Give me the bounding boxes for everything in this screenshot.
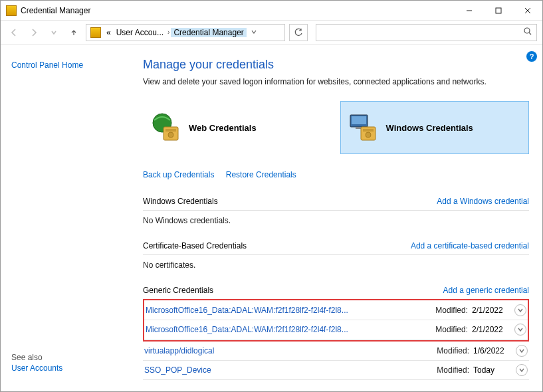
restore-credentials-link[interactable]: Restore Credentials: [226, 170, 296, 179]
svg-rect-11: [352, 116, 366, 124]
breadcrumb-prefix: «: [104, 28, 114, 37]
modified-date: Today: [473, 365, 510, 375]
search-icon[interactable]: [523, 27, 532, 38]
nav-history-dropdown[interactable]: [46, 25, 62, 41]
app-icon: [6, 5, 17, 16]
svg-point-15: [366, 132, 371, 138]
refresh-button[interactable]: [289, 24, 308, 41]
credential-name: MicrosoftOffice16_Data:ADAL:WAM:f2f1f28l…: [146, 325, 435, 334]
maximize-button[interactable]: [484, 1, 513, 20]
nav-back-button[interactable]: [6, 25, 22, 41]
modified-label: Modified:: [437, 346, 469, 355]
svg-point-9: [168, 132, 173, 138]
see-also-label: See also: [11, 353, 43, 362]
credential-row[interactable]: MicrosoftOffice16_Data:ADAL:WAM:f2f1f28l…: [144, 301, 528, 320]
sidebar-user-accounts-link[interactable]: User Accounts: [11, 363, 62, 373]
credential-name: MicrosoftOffice16_Data:ADAL:WAM:f2f1f28l…: [146, 306, 435, 315]
credential-row[interactable]: SSO_POP_DeviceModified:Today: [143, 361, 529, 380]
chevron-down-icon[interactable]: [516, 364, 528, 376]
breadcrumb-item[interactable]: User Accou...: [114, 28, 166, 37]
main-content: Manage your credentials View and delete …: [140, 45, 542, 391]
breadcrumb-item-current[interactable]: Credential Manager: [171, 28, 246, 37]
help-button[interactable]: ?: [526, 51, 537, 62]
modified-date: 1/6/2022: [473, 346, 510, 355]
globe-safe-icon: [150, 112, 181, 143]
svg-rect-8: [165, 129, 176, 132]
web-credentials-card[interactable]: Web Credentials: [143, 101, 332, 154]
page-title: Manage your credentials: [143, 58, 529, 72]
windows-section-title: Windows Credentials: [143, 197, 218, 206]
cert-section-body: No certificates.: [143, 255, 529, 282]
chevron-down-icon[interactable]: [516, 345, 528, 357]
generic-section-title: Generic Credentials: [143, 286, 213, 295]
credential-row[interactable]: MicrosoftOffice16_Data:ADAL:WAM:f2f1f28l…: [144, 320, 528, 340]
address-icon: [90, 27, 101, 38]
web-credentials-label: Web Credentials: [189, 123, 257, 133]
highlighted-credentials: MicrosoftOffice16_Data:ADAL:WAM:f2f1f28l…: [143, 299, 529, 342]
add-windows-credential-link[interactable]: Add a Windows credential: [437, 197, 529, 206]
cert-section-title: Certificate-Based Credentials: [143, 241, 247, 250]
backup-credentials-link[interactable]: Back up Credentials: [143, 170, 214, 179]
svg-point-4: [524, 28, 530, 33]
address-bar[interactable]: « User Accou... › Credential Manager: [86, 24, 285, 41]
credential-name: virtualapp/didlogical: [144, 346, 437, 355]
close-button[interactable]: [513, 1, 542, 20]
windows-credentials-label: Windows Credentials: [386, 123, 473, 133]
window-title: Credential Manager: [21, 6, 90, 15]
sidebar-home-link[interactable]: Control Panel Home: [11, 60, 130, 70]
breadcrumb-separator: ›: [166, 29, 171, 36]
sidebar: Control Panel Home See also User Account…: [1, 45, 140, 391]
windows-credentials-card[interactable]: Windows Credentials: [340, 101, 530, 154]
chevron-down-icon[interactable]: [514, 324, 526, 336]
window-controls: [455, 1, 542, 20]
navigation-bar: « User Accou... › Credential Manager: [1, 21, 542, 45]
windows-section-body: No Windows credentials.: [143, 211, 529, 237]
modified-date: 2/1/2022: [472, 325, 509, 334]
chevron-down-icon[interactable]: [514, 304, 526, 316]
modified-label: Modified:: [435, 325, 468, 334]
page-description: View and delete your saved logon informa…: [143, 77, 529, 86]
search-box[interactable]: [316, 24, 537, 41]
svg-rect-1: [496, 8, 501, 13]
add-cert-credential-link[interactable]: Add a certificate-based credential: [411, 241, 529, 250]
address-dropdown[interactable]: [247, 28, 261, 37]
nav-forward-button[interactable]: [26, 25, 42, 41]
generic-credentials-list: MicrosoftOffice16_Data:ADAL:WAM:f2f1f28l…: [143, 299, 529, 380]
svg-line-5: [529, 33, 531, 35]
add-generic-credential-link[interactable]: Add a generic credential: [443, 286, 529, 295]
modified-label: Modified:: [437, 365, 469, 375]
minimize-button[interactable]: [455, 1, 484, 20]
credential-row[interactable]: virtualapp/didlogicalModified:1/6/2022: [143, 342, 529, 361]
monitor-safe-icon: [348, 112, 378, 143]
title-bar: Credential Manager: [1, 1, 542, 21]
modified-label: Modified:: [435, 306, 468, 315]
nav-up-button[interactable]: [66, 25, 82, 41]
credential-name: SSO_POP_Device: [144, 365, 437, 375]
modified-date: 2/1/2022: [472, 306, 509, 315]
svg-rect-14: [363, 129, 374, 132]
